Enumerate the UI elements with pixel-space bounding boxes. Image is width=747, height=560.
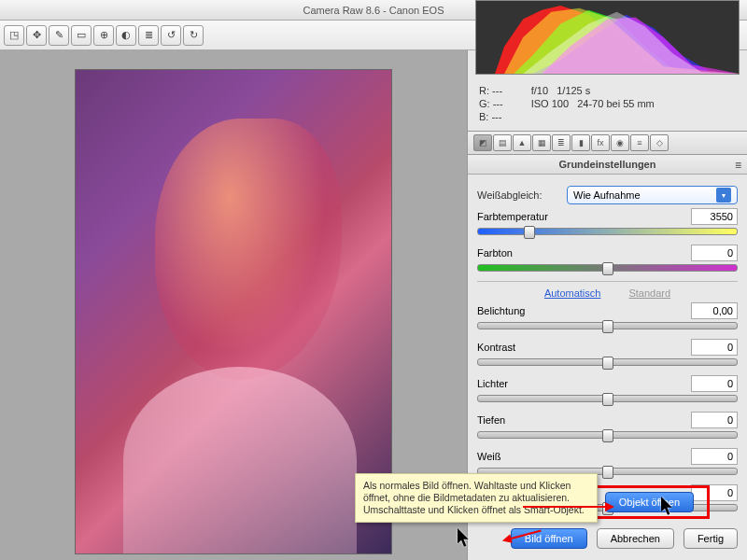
tool-list[interactable]: ≣: [138, 25, 159, 46]
temp-slider[interactable]: [477, 228, 738, 235]
exposure-slider[interactable]: [477, 322, 738, 329]
tint-slider[interactable]: [477, 264, 738, 272]
shadows-value[interactable]: 0: [691, 412, 738, 428]
tint-thumb[interactable]: [602, 262, 613, 275]
tab-curve[interactable]: ▤: [493, 134, 512, 151]
highlights-thumb[interactable]: [602, 393, 613, 406]
wb-select[interactable]: Wie Aufnahme ▾: [567, 186, 738, 204]
meta-r: R: ---: [479, 84, 503, 97]
standard-link[interactable]: Standard: [628, 287, 670, 299]
tool-crop[interactable]: ◳: [4, 25, 24, 46]
open-image-button[interactable]: Bild öffnen: [511, 528, 587, 549]
auto-link[interactable]: Automatisch: [544, 287, 601, 299]
tool-target[interactable]: ⊕: [93, 25, 114, 46]
contrast-thumb[interactable]: [602, 357, 613, 370]
tool-rotate-ccw[interactable]: ↺: [161, 25, 181, 46]
meta-aperture: f/10: [531, 85, 548, 96]
temp-value[interactable]: 3550: [691, 208, 738, 225]
cursor-icon-2: [458, 528, 471, 545]
meta-g: G: ---: [479, 97, 503, 110]
tab-snapshots[interactable]: ◇: [650, 134, 669, 151]
meta-shutter: 1/125 s: [557, 85, 590, 96]
tooltip: Als normales Bild öffnen. Wahltaste und …: [355, 473, 598, 523]
contrast-label: Kontrast: [477, 342, 515, 353]
exif-readout: R: --- G: --- B: --- f/10 1/125 s ISO 10…: [468, 82, 747, 125]
tab-split[interactable]: ≣: [552, 134, 571, 151]
meta-iso: ISO 100: [531, 98, 569, 109]
tool-radial[interactable]: ◐: [116, 25, 136, 46]
meta-lens: 24-70 bei 55 mm: [577, 98, 655, 109]
panel-menu-icon[interactable]: ≡: [735, 159, 741, 172]
exposure-thumb[interactable]: [602, 320, 613, 333]
meta-b: B: ---: [479, 110, 503, 123]
wb-value: Wie Aufnahme: [573, 189, 641, 201]
whites-value[interactable]: 0: [691, 448, 738, 465]
temp-label: Farbtemperatur: [477, 211, 548, 222]
tint-label: Farbton: [477, 247, 513, 259]
shadows-slider[interactable]: [477, 431, 738, 439]
shadows-label: Tiefen: [477, 414, 505, 426]
tab-fx[interactable]: fx: [591, 134, 610, 151]
tab-basic[interactable]: ◩: [473, 134, 492, 151]
whites-thumb[interactable]: [602, 466, 613, 479]
histogram[interactable]: [475, 0, 740, 75]
tool-rotate-cw[interactable]: ↻: [183, 25, 204, 46]
panel-tabs: ◩ ▤ ▲ ▦ ≣ ▮ fx ◉ ≡ ◇: [468, 131, 747, 155]
cancel-button[interactable]: Abbrechen: [597, 528, 674, 549]
tab-camera[interactable]: ◉: [611, 134, 629, 151]
tab-hsl[interactable]: ▦: [532, 134, 551, 151]
open-object-button[interactable]: Objekt öffnen: [605, 492, 694, 512]
image-preview[interactable]: [75, 69, 392, 554]
exposure-label: Belichtung: [477, 305, 525, 316]
contrast-value[interactable]: 0: [691, 339, 738, 356]
window-title: Camera Raw 8.6 - Canon EOS: [303, 5, 444, 16]
whites-label: Weiß: [477, 451, 500, 462]
panel-title: Grundeinstellungen ≡: [468, 155, 747, 175]
tab-detail[interactable]: ▲: [513, 134, 531, 151]
tab-presets[interactable]: ≡: [630, 134, 649, 151]
tool-brush[interactable]: ✎: [49, 25, 69, 46]
tool-move[interactable]: ✥: [26, 25, 47, 46]
temp-thumb[interactable]: [524, 226, 535, 239]
annotation-arrow: [523, 506, 607, 508]
wb-label: Weißabgleich:: [477, 189, 561, 201]
done-button[interactable]: Fertig: [684, 528, 738, 549]
bottom-button-bar: Bild öffnen Abbrechen Fertig: [511, 528, 738, 549]
exposure-value[interactable]: 0,00: [691, 302, 738, 319]
highlights-label: Lichter: [477, 378, 508, 389]
highlights-value[interactable]: 0: [691, 375, 738, 392]
cursor-icon: [661, 497, 674, 513]
dropdown-icon: ▾: [716, 188, 731, 203]
tint-value[interactable]: 0: [691, 245, 738, 261]
highlights-slider[interactable]: [477, 395, 738, 402]
shadows-thumb[interactable]: [602, 429, 613, 442]
tool-rect[interactable]: ▭: [71, 25, 92, 46]
tab-lens[interactable]: ▮: [571, 134, 590, 151]
contrast-slider[interactable]: [477, 358, 738, 366]
